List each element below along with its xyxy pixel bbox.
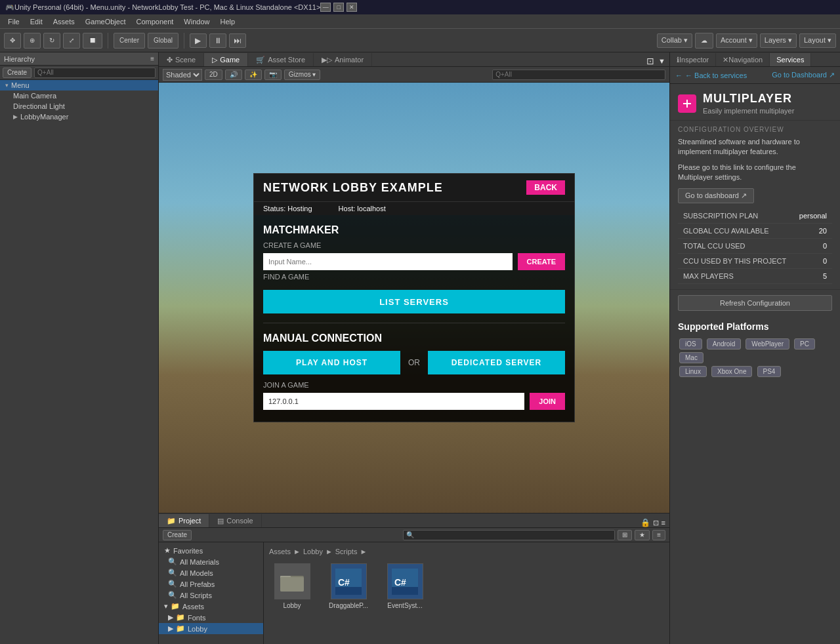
tree-all-prefabs[interactable]: 🔍 All Prefabs — [159, 578, 263, 590]
hierarchy-item-lobby[interactable]: ▶ LobbyManager — [0, 111, 158, 122]
menu-gameobject[interactable]: GameObject — [80, 16, 131, 27]
menu-assets[interactable]: Assets — [48, 16, 80, 27]
collab-button[interactable]: Collab ▾ — [657, 33, 692, 48]
refresh-configuration-button[interactable]: Refresh Configuration — [678, 295, 832, 311]
hierarchy-item-camera[interactable]: Main Camera — [0, 91, 158, 101]
minimize-button[interactable]: — — [320, 3, 331, 12]
play-button[interactable]: ▶ — [190, 33, 207, 48]
tab-services[interactable]: Services — [770, 53, 811, 66]
tree-all-scripts[interactable]: 🔍 All Scripts — [159, 590, 263, 601]
2d-button[interactable]: 2D — [205, 70, 222, 80]
breadcrumb-scripts[interactable]: Scripts — [335, 548, 358, 555]
scene-close-icon[interactable]: ▼ — [658, 57, 665, 65]
maximize-scene-icon[interactable]: ⊡ — [646, 56, 654, 66]
go-to-dashboard-button[interactable]: Go to dashboard ↗ — [678, 188, 754, 203]
platform-ps4[interactable]: PS4 — [757, 366, 782, 377]
join-ip-input[interactable] — [263, 393, 524, 410]
platform-android[interactable]: Android — [707, 338, 741, 350]
audio-button[interactable]: 🔊 — [225, 70, 242, 80]
platform-xboxone[interactable]: Xbox One — [711, 366, 752, 377]
platform-linux[interactable]: Linux — [679, 366, 707, 377]
menu-help[interactable]: Help — [215, 16, 240, 27]
game-name-input[interactable] — [263, 253, 513, 270]
file-lobby-folder[interactable]: Lobby — [269, 563, 315, 609]
shaded-dropdown[interactable]: Shaded — [163, 69, 202, 81]
tree-favorites[interactable]: ★ Favorites — [159, 545, 263, 556]
platform-webplayer[interactable]: WebPlayer — [746, 338, 789, 350]
go-to-dashboard-link[interactable]: Go to Dashboard ↗ — [772, 71, 835, 79]
create-game-button[interactable]: CREATE — [518, 253, 565, 270]
project-filter-button[interactable]: ⊞ — [618, 530, 632, 540]
maximize-button[interactable]: □ — [333, 3, 344, 12]
layers-button[interactable]: Layers ▾ — [760, 33, 797, 48]
platform-pc[interactable]: PC — [794, 338, 815, 350]
animator-icon: ▶▷ — [322, 56, 332, 64]
center-button[interactable]: Center — [114, 33, 145, 49]
gizmos-button[interactable]: Gizmos ▾ — [284, 70, 321, 80]
platform-mac[interactable]: Mac — [679, 352, 704, 363]
bottom-menu-icon[interactable]: ≡ — [662, 519, 665, 527]
tree-fonts[interactable]: ▶ 📁 Fonts — [159, 612, 263, 623]
menu-edit[interactable]: Edit — [25, 16, 48, 27]
project-options-button[interactable]: ≡ — [652, 530, 665, 540]
close-tab-icon[interactable]: ✕ — [723, 56, 728, 64]
hierarchy-search[interactable] — [34, 68, 156, 78]
hand-tool[interactable]: ✥ — [4, 33, 21, 49]
cloud-button[interactable]: ☁ — [695, 33, 713, 49]
scene-search[interactable] — [492, 70, 665, 80]
rect-tool[interactable]: 🔲 — [83, 33, 102, 49]
hierarchy-item-light[interactable]: Directional Light — [0, 101, 158, 111]
account-button[interactable]: Account ▾ — [716, 33, 757, 48]
close-button[interactable]: ✕ — [346, 3, 357, 12]
dedicated-server-button[interactable]: DEDICATED SERVER — [428, 351, 565, 374]
lock-icon[interactable]: 🔒 — [640, 518, 650, 527]
play-host-button[interactable]: PLAY AND HOST — [263, 351, 400, 374]
project-star-button[interactable]: ★ — [635, 530, 650, 540]
back-to-services-link[interactable]: ← ← Back to services — [675, 71, 747, 79]
list-servers-button[interactable]: LIST SERVERS — [263, 290, 565, 313]
project-create-button[interactable]: Create — [163, 530, 192, 540]
tree-lobby[interactable]: ▶ 📁 Lobby — [159, 623, 263, 634]
hierarchy-close[interactable]: ≡ — [150, 55, 154, 62]
tab-inspector[interactable]: ℹ Inspector — [670, 53, 716, 66]
tree-all-models[interactable]: 🔍 All Models — [159, 567, 263, 578]
center-label: Center — [119, 37, 139, 44]
menu-file[interactable]: File — [3, 16, 25, 27]
camera-button[interactable]: 📷 — [264, 70, 282, 80]
breadcrumb-lobby[interactable]: Lobby — [303, 548, 323, 555]
pause-button[interactable]: ⏸ — [209, 33, 226, 48]
game-back-button[interactable]: BACK — [526, 180, 565, 195]
tab-console[interactable]: ▤ Console — [209, 514, 261, 527]
project-search[interactable] — [403, 530, 616, 540]
hierarchy-create-button[interactable]: Create — [3, 68, 32, 78]
tree-all-materials[interactable]: 🔍 All Materials — [159, 556, 263, 567]
hierarchy-item-menu[interactable]: ▾ Menu — [0, 80, 158, 91]
toolbar-right: Collab ▾ ☁ Account ▾ Layers ▾ Layout ▾ — [657, 33, 836, 49]
tab-project[interactable]: 📁 Project — [159, 514, 209, 527]
scale-tool[interactable]: ⤢ — [63, 33, 80, 49]
file-eventsystem[interactable]: C# EventSyst... — [382, 563, 428, 609]
platform-ios[interactable]: iOS — [679, 338, 702, 350]
fx-button[interactable]: ✨ — [245, 70, 262, 80]
rotate-tool[interactable]: ↻ — [43, 33, 60, 49]
file-draggable[interactable]: C# DraggableP... — [326, 563, 371, 609]
tab-game[interactable]: ▷ Game — [204, 53, 248, 66]
menu-component[interactable]: Component — [131, 16, 178, 27]
tab-animator[interactable]: ▶▷ Animator — [314, 53, 372, 66]
layout-button[interactable]: Layout ▾ — [799, 33, 836, 48]
breadcrumb-assets[interactable]: Assets — [269, 548, 291, 555]
move-tool[interactable]: ⊕ — [24, 33, 41, 49]
bottom-maximize-icon[interactable]: ⊡ — [653, 519, 659, 527]
menu-window[interactable]: Window — [178, 16, 215, 27]
tab-asset-store[interactable]: 🛒 Asset Store — [248, 53, 314, 66]
host-value: localhost — [357, 205, 385, 212]
tab-scene[interactable]: ✤ Scene — [159, 53, 204, 66]
config-key: SUBSCRIPTION PLAN — [678, 209, 793, 224]
join-button[interactable]: JOIN — [530, 393, 565, 410]
tree-assets[interactable]: ▾ 📁 Assets — [159, 601, 263, 612]
global-button[interactable]: Global — [148, 33, 178, 49]
config-overview-section: CONFIGURATION OVERVIEW Streamlined softw… — [670, 121, 840, 290]
step-button[interactable]: ⏭ — [229, 33, 246, 48]
tab-navigation[interactable]: ✕ Navigation — [716, 53, 770, 66]
item-label: All Scripts — [180, 592, 212, 599]
